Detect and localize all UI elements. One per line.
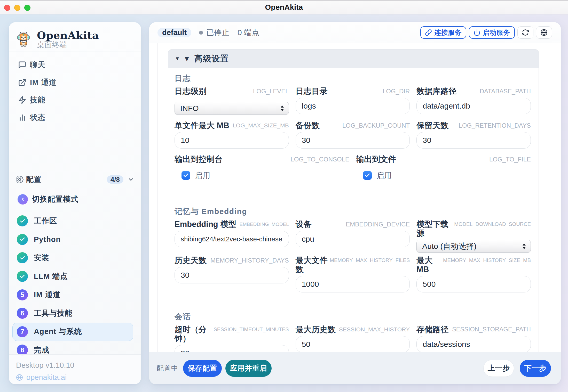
step-label: Python [34,235,61,244]
settings-scroll-area[interactable]: ▼ ▼ 高级设置 日志日志级别LOG_LEVELINFO日志目录LOG_DIR数… [157,43,547,352]
sidebar-nav-item-1[interactable]: 聊天 [17,56,133,74]
app-name: OpenAkita [37,30,99,41]
step-number-circle: 5 [17,289,28,300]
advanced-settings-header[interactable]: ▼ ▼ 高级设置 [168,49,539,68]
config-section-toggle[interactable]: 配置 4/8 [9,168,141,191]
log_backup_count-input[interactable] [296,132,410,149]
log_to_console-checkbox[interactable] [182,171,190,180]
config-step-3[interactable]: 安装 [9,249,141,267]
step-label: Agent 与系统 [34,326,82,337]
field-env-name: DATABASE_PATH [478,87,531,96]
memory_max_history_size_mb-input[interactable] [416,276,531,292]
form-field: 模型下载源MODEL_DOWNLOAD_SOURCEAuto (自动选择) [416,220,531,253]
field-env-name: SESSION_TIMEOUT_MINUTES [212,325,289,334]
sidebar-nav-item-2[interactable]: IM 通道 [17,74,133,91]
embedding_model-input[interactable] [175,231,289,247]
form-row: 历史天数MEMORY_HISTORY_DAYS最大文件数MEMORY_MAX_H… [175,256,531,292]
save-config-button[interactable]: 保存配置 [183,360,222,377]
memory_history_days-input[interactable] [175,267,289,283]
connect-service-button[interactable]: 连接服务 [420,26,466,39]
field-env-name: SESSION_STORAGE_PATH [451,325,531,334]
refresh-button[interactable] [517,26,533,39]
log_max_size_mb-input[interactable] [175,132,289,149]
field-env-name: LOG_TO_FILE [488,155,531,164]
session_storage_path-input[interactable] [416,336,531,352]
session_timeout_minutes-input[interactable] [175,345,289,352]
main-header: default 已停止 0 端点 连接服务 启动服务 [149,22,561,43]
chevron-down-icon[interactable] [128,176,134,183]
session_max_history-input[interactable] [296,336,410,352]
field-env-name: LOG_LEVEL [251,87,289,96]
field-env-name: LOG_BACKUP_COUNT [341,121,410,130]
step-number-circle: 8 [17,345,28,356]
log_to_file-checkbox[interactable] [363,171,372,180]
config-steps-list: 工作区Python安装LLM 端点5IM 通道6工具与技能7Agent 与系统8… [9,212,141,360]
log_level-select[interactable]: INFO [175,102,289,115]
form-row: 超时（分钟）SESSION_TIMEOUT_MINUTES最大历史数SESSIO… [175,325,531,352]
embedding_device-input[interactable] [296,231,410,247]
field-env-name: MEMORY_MAX_HISTORY_FILES [328,256,410,265]
check-icon [183,173,189,178]
log_retention_days-input[interactable] [416,132,531,149]
prev-step-button[interactable]: 上一步 [483,360,514,377]
workspace-background: OpenAkita 桌面终端 聊天IM 通道技能状态 配置 4/8 切换配置模式… [0,14,568,392]
memory_max_history_files-input[interactable] [296,276,410,292]
form-field: 保留天数LOG_RETENTION_DAYS [416,121,531,149]
form-field: 日志级别LOG_LEVELINFO [175,87,289,115]
field-label: 模型下载源 [416,220,452,238]
bar-chart-icon [18,113,26,122]
step-done-circle [17,271,28,282]
config-step-2[interactable]: Python [9,230,141,249]
next-step-button[interactable]: 下一步 [520,360,551,377]
check-icon [365,173,370,178]
form-field: 存储路径SESSION_STORAGE_PATH [416,325,531,352]
field-env-name: MEMORY_HISTORY_DAYS [209,256,289,265]
start-service-button[interactable]: 启动服务 [469,26,515,39]
section-heading: 会话 [175,312,531,321]
titlebar: OpenAkita [0,0,568,14]
model_download_source-select[interactable]: Auto (自动选择) [416,240,531,253]
sidebar-nav: 聊天IM 通道技能状态 [9,52,141,126]
config-step-5[interactable]: 5IM 通道 [9,285,141,304]
nav-item-label: IM 通道 [30,77,57,88]
form-field: 最大文件数MEMORY_MAX_HISTORY_FILES [296,256,410,292]
step-number-circle: 7 [17,326,28,337]
config-step-7[interactable]: 7Agent 与系统 [9,323,141,341]
database_path-input[interactable] [416,98,531,114]
step-number-circle: 6 [17,308,28,319]
field-env-name: MEMORY_MAX_HISTORY_SIZE_MB [441,256,531,265]
form-field: 历史天数MEMORY_HISTORY_DAYS [175,256,289,292]
profile-chip[interactable]: default [157,28,191,37]
form-field: 单文件最大 MBLOG_MAX_SIZE_MB [175,121,289,149]
share-icon [18,78,26,87]
collapse-triangle-icon: ▼ [183,55,191,63]
form-field: 数据库路径DATABASE_PATH [416,87,531,115]
section-divider [175,301,531,301]
shiba-mascot-logo-icon [17,32,30,47]
step-number: 5 [20,291,24,299]
advanced-settings-panel: ▼ ▼ 高级设置 日志日志级别LOG_LEVELINFO日志目录LOG_DIR数… [168,49,539,352]
step-number: 8 [20,346,24,354]
checkbox-label: 启用 [377,171,392,180]
form-row: Embedding 模型EMBEDDING_MODEL设备EMBEDDING_D… [175,220,531,253]
log_to_console-checkbox-row: 启用 [175,171,349,180]
config-step-6[interactable]: 6工具与技能 [9,304,141,323]
select-arrows-icon [522,243,527,250]
field-label: 存储路径 [416,325,448,334]
form-row: 日志级别LOG_LEVELINFO日志目录LOG_DIR数据库路径DATABAS… [175,87,531,115]
field-label: 历史天数 [175,256,207,265]
section-divider [175,196,531,196]
website-link[interactable]: openakita.ai [16,373,134,382]
field-label: 日志目录 [296,87,328,96]
field-label: Embedding 模型 [175,220,236,229]
sidebar-nav-item-4[interactable]: 状态 [17,109,133,126]
apply-restart-button[interactable]: 应用并重启 [225,360,272,377]
field-label: 设备 [296,220,312,229]
app-version: Desktop v1.10.10 [16,361,134,370]
language-button[interactable] [536,26,552,39]
switch-config-mode-button[interactable]: 切换配置模式 [9,191,141,207]
log_dir-input[interactable] [296,98,410,114]
config-step-1[interactable]: 工作区 [9,212,141,230]
sidebar-nav-item-3[interactable]: 技能 [17,91,133,109]
config-step-4[interactable]: LLM 端点 [9,267,141,286]
